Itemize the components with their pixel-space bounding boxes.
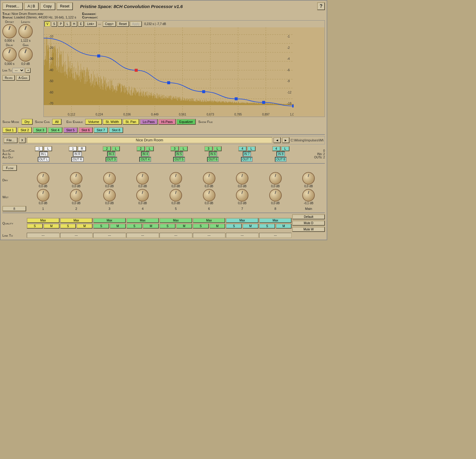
slot-chn-btn-4r[interactable]: L [281, 146, 289, 151]
max-btn-1[interactable]: Max [27, 218, 60, 223]
dry-knob-ctrl-8[interactable] [269, 172, 282, 185]
max-btn-3[interactable]: Max [93, 218, 126, 223]
mute-d-btn[interactable]: Mute D [292, 221, 325, 226]
slot-tab-8[interactable]: Slot 8 [109, 127, 123, 133]
s-btn-3[interactable]: S [93, 224, 109, 229]
graph-copy-button[interactable]: Copy> [103, 21, 116, 27]
dry-knob-ctrl-2[interactable] [70, 172, 82, 185]
gain-knob[interactable] [18, 47, 33, 62]
again-button[interactable]: A-Gain [16, 75, 29, 81]
wet-knob-ctrl-7[interactable] [236, 189, 248, 202]
preset-button[interactable]: Preset... [2, 2, 23, 10]
s-btn-5[interactable]: S [159, 224, 176, 229]
max-btn-8[interactable]: Max [259, 218, 292, 223]
link-to-select[interactable]: --- [12, 68, 24, 73]
m-btn-6[interactable]: M [209, 224, 226, 229]
env-hipass-btn[interactable]: Hi-Pass [158, 119, 176, 125]
max-btn-4[interactable]: Max [126, 218, 159, 223]
dry-knob-ctrl-7[interactable] [236, 172, 248, 185]
env-equalizer-btn[interactable]: Equalizer [176, 119, 196, 125]
slot-tab-2[interactable]: Slot 2 [18, 127, 32, 133]
s-btn-4[interactable]: S [126, 224, 143, 229]
slot-chn-btn-1l[interactable]: L [44, 146, 52, 151]
channel-num-0[interactable]: 8 [2, 206, 26, 211]
graph-reset-button[interactable]: Reset [117, 21, 129, 27]
slot-num-btn-3l[interactable]: 3 [170, 146, 179, 151]
file-x-button[interactable]: X [19, 137, 26, 143]
m-btn-8[interactable]: M [276, 224, 292, 229]
copy-button[interactable]: Copy [40, 2, 55, 10]
s-btn-7[interactable]: S [226, 224, 242, 229]
slot-chn-btn-2r[interactable]: L [145, 146, 154, 151]
slot-tab-5[interactable]: Slot 5 [63, 127, 78, 133]
delay-knob[interactable] [2, 47, 17, 62]
m-btn-1[interactable]: M [43, 224, 60, 229]
env-stwidth-btn[interactable]: St. Width [103, 119, 122, 125]
mute-w-btn[interactable]: Mute W [292, 227, 325, 232]
slot-num-btn-4l[interactable]: 4 [238, 146, 247, 151]
env-p-button[interactable]: P [58, 21, 64, 27]
show-mode-value[interactable]: Dry [21, 119, 32, 125]
s-btn-1[interactable]: S [27, 224, 43, 229]
max-btn-6[interactable]: Max [193, 218, 226, 223]
graph-canvas[interactable] [44, 27, 325, 117]
revrs-button[interactable]: Revrs [2, 75, 15, 81]
slot-num-btn-1l[interactable]: 1 [35, 146, 43, 151]
slot-tab-7[interactable]: Slot 7 [94, 127, 108, 133]
slot-num-btn-2r[interactable]: 2 [137, 146, 145, 151]
wet-knob-ctrl-4[interactable] [136, 189, 149, 202]
env-stpan-btn[interactable]: St. Pan [123, 119, 139, 125]
s-btn-6[interactable]: S [193, 224, 209, 229]
max-btn-5[interactable]: Max [159, 218, 192, 223]
slot-num-btn-2l[interactable]: 2 [103, 146, 111, 151]
m-btn-5[interactable]: M [176, 224, 192, 229]
reset-button[interactable]: Reset [57, 2, 73, 10]
s-btn-8[interactable]: S [259, 224, 275, 229]
graph-apply-button[interactable]: Apply [130, 21, 142, 27]
slot-tab-3[interactable]: Slot 3 [33, 127, 47, 133]
slot-chn-btn-3l[interactable]: L [179, 146, 188, 151]
wet-knob-ctrl-5[interactable] [170, 189, 182, 202]
slot-num-btn-4r[interactable]: 4 [272, 146, 281, 151]
dry-knob-ctrl-6[interactable] [203, 172, 215, 185]
dry-knob-ctrl-3[interactable] [103, 172, 116, 185]
default-btn[interactable]: Default [292, 214, 325, 219]
wet-knob-ctrl-6[interactable] [203, 189, 215, 202]
plus-button[interactable]: + [25, 68, 31, 73]
env-h-button[interactable]: H [71, 21, 77, 27]
dry-knob-ctrl-4[interactable] [136, 172, 149, 185]
slot-chn-btn-4l[interactable]: L [247, 146, 256, 151]
wet-knob-ctrl-2[interactable] [70, 189, 82, 202]
slot-chn-btn-1r[interactable]: R [78, 146, 86, 151]
show-chn-value[interactable]: All [52, 119, 62, 125]
dry-knob-ctrl-1[interactable] [37, 172, 49, 185]
file-next-button[interactable]: ► [282, 137, 289, 143]
m-btn-3[interactable]: M [110, 224, 126, 229]
m-btn-2[interactable]: M [76, 224, 93, 229]
env-lopass-btn[interactable]: Lo-Pass [140, 119, 158, 125]
file-button[interactable]: File... [4, 137, 18, 143]
dry-knob-ctrl-5[interactable] [170, 172, 182, 185]
slot-num-btn-1r[interactable]: 1 [69, 146, 77, 151]
slot-chn-btn-2l[interactable]: L [112, 146, 120, 151]
m-btn-4[interactable]: M [143, 224, 159, 229]
wet-knob-ctrl-8[interactable] [269, 189, 282, 202]
s-btn-2[interactable]: S [60, 224, 76, 229]
env-s-button[interactable]: S [51, 21, 57, 27]
wet-knob-ctrl-1[interactable] [37, 189, 49, 202]
offset-knob[interactable] [2, 24, 17, 38]
env-e-button[interactable]: E [78, 21, 84, 27]
file-prev-button[interactable]: ◄ [273, 137, 281, 143]
m-btn-7[interactable]: M [242, 224, 259, 229]
slot-tab-4[interactable]: Slot 4 [48, 127, 62, 133]
length-knob[interactable] [18, 24, 33, 38]
max-btn-2[interactable]: Max [60, 218, 93, 223]
help-button[interactable]: ? [317, 2, 325, 10]
flow-button[interactable]: Flow [2, 165, 17, 171]
env-l-button[interactable]: L [65, 21, 71, 27]
wet-knob-ctrl-3[interactable] [103, 189, 116, 202]
env-v-button[interactable]: V [44, 21, 51, 27]
dry-knob-ctrl-main[interactable] [302, 172, 315, 185]
ab-button[interactable]: A | B [24, 2, 39, 10]
max-btn-7[interactable]: Max [226, 218, 259, 223]
